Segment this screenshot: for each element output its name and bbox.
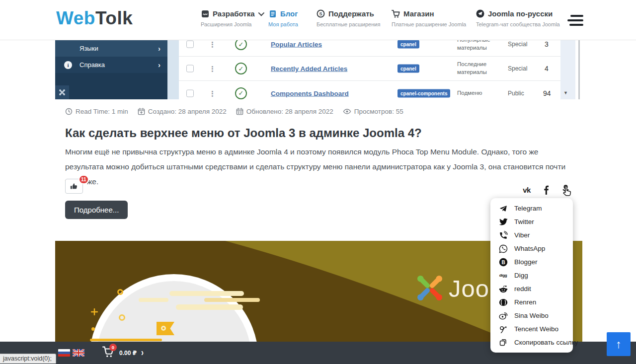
access-level: Special	[508, 41, 527, 48]
cloud-bar	[169, 291, 244, 296]
drag-handle-icon: ⋮	[209, 43, 216, 46]
cart-total[interactable]: 0.00 ₽	[119, 350, 137, 357]
share-option-label: Tencent Weibo	[514, 325, 558, 333]
share-option-tencent-weibo[interactable]: Tencent Weibo	[490, 322, 573, 336]
share-option-label: Telegram	[514, 205, 542, 212]
site-header: WebTolk Разработка Расширения Joomla Бло…	[0, 0, 636, 40]
share-option-label: Sina Weibo	[514, 312, 549, 319]
share-option-label: Renren	[514, 298, 536, 306]
cart-chevron-icon[interactable]: ›	[141, 346, 144, 358]
highlighted-column	[560, 40, 575, 99]
article-title[interactable]: Как сделать верхнее меню от Joomla 3 в а…	[65, 126, 422, 140]
like-count-badge: 11	[79, 175, 89, 184]
menu-title-ru: Подменю	[457, 89, 503, 97]
menu-title-ru: Популярные материалы	[457, 40, 503, 52]
scrollbar	[578, 40, 580, 99]
share-option-whatsapp[interactable]: WhatsApp	[490, 242, 573, 255]
code-file-icon	[201, 9, 209, 18]
scroll-to-top-button[interactable]: ↑	[607, 332, 631, 356]
published-check-icon: ✓	[235, 63, 247, 74]
article-body: Многим ещё не привычна структура меню в …	[65, 145, 566, 190]
menu-item-link: Popular Articles	[271, 41, 322, 48]
nav-sublabel: Расширения Joomla	[201, 21, 263, 27]
table-row: ⋮ ✓ Components Dashboard cpanel-componen…	[179, 81, 560, 99]
language-flag-english[interactable]	[73, 349, 84, 357]
nav-label: Поддержать	[328, 9, 374, 18]
admin-sidebar-item-help: i Справка ›	[55, 57, 167, 73]
digg-icon: digg	[498, 271, 508, 280]
share-option-reddit[interactable]: reddit	[490, 282, 573, 295]
nav-item-blog[interactable]: Блог Моя работа	[268, 9, 298, 27]
admin-sidebar-item-languages: Языки ›	[55, 40, 167, 57]
share-option-copy-link[interactable]: Скопировать ссылку	[490, 336, 573, 349]
share-option-label: Blogger	[514, 258, 538, 266]
joomla-logo-icon	[55, 85, 69, 99]
telegram-icon	[498, 204, 508, 213]
nav-sublabel: Бесплатные расширения	[317, 21, 380, 27]
share-option-blogger[interactable]: B Blogger	[490, 255, 573, 269]
article-intro-image-joomla-admin[interactable]: Языки › i Справка › ⋮ ✓ Popular Articles…	[55, 40, 582, 99]
share-option-renren[interactable]: Renren	[490, 295, 573, 309]
share-option-sina-weibo[interactable]: Sina Weibo	[490, 309, 573, 322]
nav-label: Joomla по-русски	[488, 9, 553, 18]
nav-item-support[interactable]: S Поддержать Бесплатные расширения	[317, 9, 380, 27]
ordering-number: 3	[545, 40, 549, 48]
share-option-label: Twitter	[514, 218, 534, 225]
arrow-up-icon: ↑	[616, 338, 622, 351]
menu-title-ru: Последние материалы	[457, 61, 503, 76]
ordering-number: 4	[545, 65, 549, 73]
logo-part-tolk: Tolk	[95, 8, 133, 28]
read-time: Read Time: 1 min	[65, 108, 128, 115]
page: WebTolk Разработка Расширения Joomla Бло…	[0, 0, 636, 364]
thumbs-up-icon	[70, 182, 78, 190]
published-check-icon: ✓	[235, 87, 247, 99]
blog-icon	[268, 9, 277, 18]
copy-link-icon	[498, 338, 508, 347]
chevron-down-icon	[258, 10, 264, 16]
nav-label: Блог	[280, 9, 298, 18]
read-more-button[interactable]: Подробнее...	[65, 201, 128, 219]
donate-icon: S	[317, 9, 325, 18]
share-option-digg[interactable]: digg Digg	[490, 269, 573, 282]
language-flag-russian[interactable]	[58, 349, 70, 357]
row-checkbox	[186, 41, 194, 48]
share-option-label: reddit	[514, 285, 531, 292]
share-option-telegram[interactable]: Telegram	[490, 202, 573, 215]
nav-item-development[interactable]: Разработка Расширения Joomla	[201, 9, 263, 27]
cloud-bar	[139, 298, 168, 302]
drag-handle-icon: ⋮	[209, 68, 216, 70]
hamburger-menu-button[interactable]	[567, 15, 583, 27]
row-checkbox	[186, 65, 194, 73]
clock-icon	[65, 108, 73, 115]
share-option-label: Скопировать ссылку	[514, 339, 578, 346]
menu-item-link: Components Dashboard	[271, 89, 349, 97]
share-option-viber[interactable]: Viber	[490, 228, 573, 242]
nav-item-joomla-russian[interactable]: Joomla по-русски Telegram-чат сообщества…	[476, 9, 560, 27]
site-logo[interactable]: WebTolk	[56, 8, 133, 29]
facebook-icon[interactable]	[540, 184, 552, 195]
drag-handle-icon: ⋮	[209, 92, 216, 94]
svg-text:S: S	[319, 11, 322, 16]
joomla-color-logo	[415, 274, 444, 304]
table-row: ⋮ ✓ Recently Added Articles cpanel После…	[179, 57, 560, 81]
vk-icon[interactable]: vk	[521, 184, 533, 195]
views-count: Просмотров: 55	[343, 108, 403, 115]
blogger-icon: B	[498, 258, 508, 267]
renren-icon	[498, 298, 508, 307]
published-check-icon: ✓	[235, 40, 247, 50]
logo-part-web: Web	[56, 8, 95, 28]
access-level: Special	[508, 65, 527, 72]
odnoklassniki-icon[interactable]	[559, 184, 571, 195]
nav-sublabel: Моя работа	[268, 21, 298, 27]
share-option-label: WhatsApp	[514, 245, 545, 252]
access-level: Public	[508, 90, 524, 97]
banner-joomla-text: Joo	[449, 275, 489, 302]
decor-line	[90, 339, 162, 341]
dropdown-caret-icon: ▼	[563, 90, 568, 95]
nav-sublabel: Telegram-чат сообщества Joomla	[476, 21, 560, 27]
nav-item-shop[interactable]: Магазин Платные расширение Joomla	[392, 9, 466, 27]
twitter-icon	[498, 218, 508, 226]
admin-panel-divider	[167, 40, 179, 99]
share-option-twitter[interactable]: Twitter	[490, 215, 573, 228]
sina-weibo-icon	[498, 311, 508, 320]
